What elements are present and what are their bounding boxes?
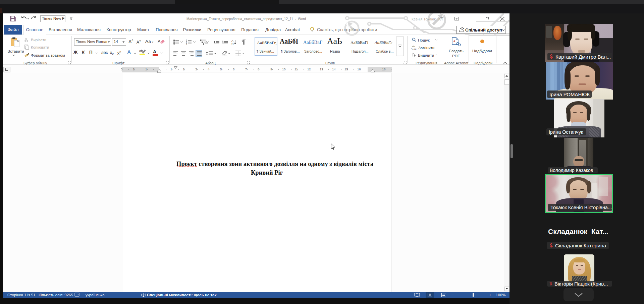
svg-text:3: 3	[186, 43, 187, 45]
svg-text:A: A	[453, 40, 455, 43]
svg-text:ac: ac	[414, 48, 416, 50]
svg-text:А: А	[158, 39, 161, 44]
svg-text:Я: Я	[231, 42, 233, 45]
